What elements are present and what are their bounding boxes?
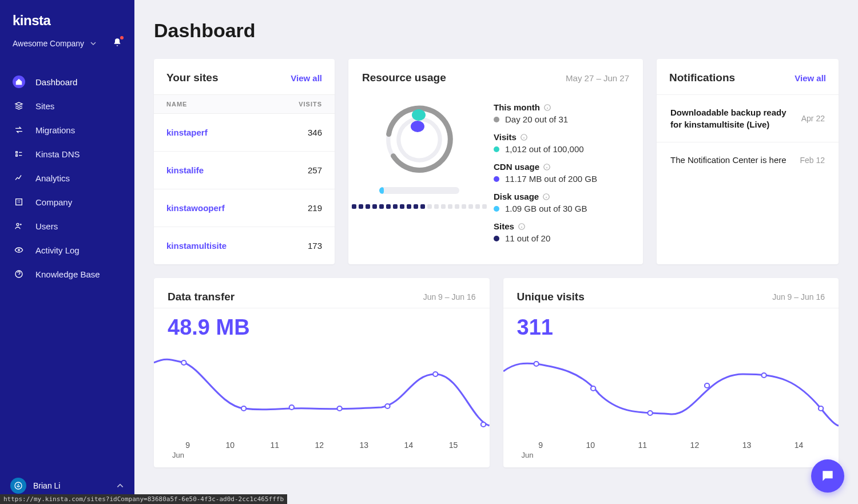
metric-label: CDN usage [494, 162, 539, 172]
nav-label: Company [35, 197, 72, 207]
nav-dns[interactable]: Kinsta DNS [7, 142, 128, 165]
notification-dot [120, 36, 124, 39]
x-axis-labels: 91011121314 [503, 437, 839, 450]
info-icon[interactable] [520, 133, 528, 141]
notification-text: The Notification Center is here [670, 154, 786, 166]
nav-activity[interactable]: Activity Log [7, 239, 128, 261]
metric-sites: Sites 11 out of 20 [494, 221, 629, 243]
dot-icon [494, 206, 499, 212]
chart-area [154, 340, 490, 437]
page-title: Dashboard [154, 19, 839, 42]
help-icon [13, 268, 25, 280]
chevron-up-icon [116, 482, 124, 490]
month-label: Jun [154, 450, 490, 467]
notification-date: Feb 12 [800, 156, 825, 165]
svg-point-23 [761, 373, 766, 378]
site-link[interactable]: kinstawooperf [166, 203, 225, 213]
metric-value: 11 out of 20 [505, 233, 550, 243]
unique-visits-value: 311 [503, 308, 839, 340]
nav-dashboard[interactable]: Dashboard [7, 70, 128, 93]
view-all-sites[interactable]: View all [291, 73, 322, 83]
nav-users[interactable]: Users [7, 215, 128, 237]
resource-usage-card: Resource usage May 27 – Jun 27 [348, 59, 643, 264]
notification-item[interactable]: Downloadable backup ready for kinstamult… [657, 94, 839, 142]
chat-icon [820, 469, 835, 483]
table-row: kinstamultisite173 [154, 227, 335, 264]
x-tick: 12 [315, 440, 324, 450]
nav-analytics[interactable]: Analytics [7, 166, 128, 189]
dot-icon [494, 236, 499, 241]
metric-label: Sites [494, 221, 514, 231]
nav-label: Users [35, 221, 58, 231]
chevron-down-icon [90, 40, 97, 47]
x-tick: 11 [638, 440, 648, 450]
x-tick: 9 [538, 440, 543, 450]
dot-icon [494, 176, 499, 182]
card-title: Unique visits [517, 291, 585, 303]
company-name: Awesome Company [13, 39, 84, 48]
sites-dots-icon [352, 204, 487, 209]
info-icon[interactable] [542, 193, 550, 201]
x-tick: 11 [271, 440, 280, 450]
svg-point-15 [337, 406, 341, 411]
your-sites-card: Your sites View all NAME VISITS kinstape… [154, 59, 335, 264]
dot-icon [494, 117, 499, 122]
col-visits: VISITS [299, 101, 322, 108]
data-transfer-value: 48.9 MB [154, 308, 490, 340]
visit-count: 257 [308, 165, 322, 175]
card-title: Notifications [669, 72, 735, 84]
chart-area [503, 340, 839, 437]
x-tick: 10 [586, 440, 595, 450]
col-name: NAME [166, 101, 187, 108]
svg-point-1 [17, 223, 19, 225]
user-name: Brian Li [33, 481, 60, 490]
date-range: May 27 – Jun 27 [566, 73, 629, 83]
month-label: Jun [503, 450, 839, 467]
svg-rect-0 [16, 199, 22, 205]
nav-company[interactable]: Company [7, 191, 128, 213]
nav-label: Dashboard [35, 77, 77, 87]
metric-visits: Visits 1,012 out of 100,000 [494, 132, 629, 154]
nav-label: Kinsta DNS [35, 149, 80, 159]
bell-icon[interactable] [113, 38, 122, 49]
svg-point-18 [481, 422, 486, 427]
company-switcher[interactable]: Awesome Company [0, 34, 134, 60]
site-link[interactable]: kinstaperf [166, 128, 208, 137]
x-tick: 14 [795, 440, 804, 450]
eye-icon [13, 244, 25, 256]
nav-knowledge[interactable]: Knowledge Base [7, 263, 128, 285]
x-tick: 9 [185, 440, 190, 450]
metric-label: This month [494, 102, 540, 112]
site-link[interactable]: kinstalife [166, 165, 204, 175]
info-icon[interactable] [518, 223, 526, 231]
notification-text: Downloadable backup ready for kinstamult… [670, 106, 791, 130]
sidebar: kinsta Awesome Company Dashboard Sites [0, 0, 134, 504]
view-all-notifications[interactable]: View all [795, 73, 826, 83]
nav-label: Analytics [35, 173, 70, 183]
svg-point-22 [704, 383, 709, 388]
site-link[interactable]: kinstamultisite [166, 241, 227, 251]
chat-button[interactable] [811, 459, 844, 493]
table-row: kinstalife257 [154, 152, 335, 189]
company-icon [13, 196, 25, 208]
metric-value: 1,012 out of 100,000 [505, 144, 584, 154]
usage-visuals [362, 102, 476, 243]
info-icon[interactable] [543, 163, 551, 171]
table-row: kinstawooperf219 [154, 189, 335, 227]
x-tick: 13 [742, 440, 752, 450]
analytics-icon [13, 172, 25, 184]
card-title: Resource usage [362, 72, 446, 84]
x-tick: 14 [404, 440, 414, 450]
dot-icon [494, 146, 499, 152]
metric-value: 11.17 MB out of 200 GB [505, 174, 597, 184]
svg-point-24 [818, 406, 823, 411]
x-tick: 12 [690, 440, 700, 450]
info-icon[interactable] [543, 104, 551, 112]
nav-sites[interactable]: Sites [7, 94, 128, 117]
notification-item[interactable]: The Notification Center is hereFeb 12 [657, 142, 839, 177]
nav-label: Activity Log [35, 245, 80, 255]
nav-migrations[interactable]: Migrations [7, 118, 128, 141]
svg-point-12 [181, 360, 186, 365]
notifications-card: Notifications View all Downloadable back… [657, 59, 839, 264]
svg-point-19 [534, 362, 538, 366]
